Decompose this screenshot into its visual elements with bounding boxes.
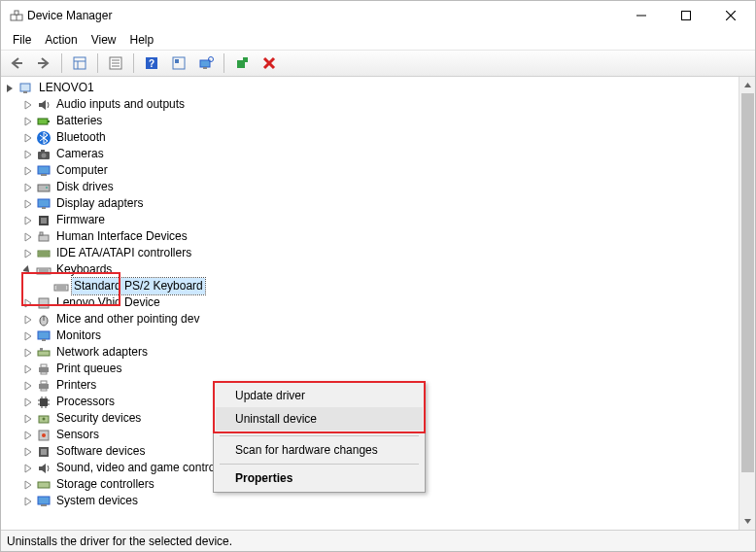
svg-rect-42 [41, 218, 47, 224]
add-legacy-button[interactable] [230, 52, 254, 75]
tree-item[interactable]: Firmware [3, 212, 739, 228]
scroll-up-icon[interactable] [739, 77, 756, 93]
ctx-update-driver[interactable]: Update driver [216, 384, 423, 407]
uninstall-button[interactable] [258, 52, 281, 75]
expand-icon[interactable] [20, 464, 36, 473]
tree-item[interactable]: Audio inputs and outputs [3, 96, 739, 113]
device-tree[interactable]: LENOVO1 Audio inputs and outputsBatterie… [1, 77, 739, 530]
tree-item-label[interactable]: Bluetooth [54, 129, 108, 146]
action-button[interactable] [167, 52, 190, 75]
tree-item[interactable]: Network adapters [3, 344, 739, 361]
forward-button[interactable] [32, 52, 55, 75]
expand-icon[interactable] [20, 232, 36, 242]
tree-item[interactable]: Computer [3, 162, 739, 179]
tree-item-label[interactable]: Software devices [54, 443, 147, 460]
expand-icon[interactable] [20, 397, 36, 407]
tree-item-label[interactable]: IDE ATA/ATAPI controllers [54, 245, 193, 261]
tree-item-label[interactable]: System devices [54, 493, 140, 509]
tree-item-label[interactable]: Security devices [54, 410, 143, 427]
expand-icon[interactable] [20, 381, 36, 391]
tree-item[interactable]: Lenovo Vhid Device [3, 294, 739, 311]
tree-item[interactable]: Disk drives [3, 179, 739, 195]
svg-rect-27 [20, 84, 30, 91]
status-text: Uninstalls the driver for the selected d… [7, 535, 232, 548]
scroll-thumb[interactable] [741, 93, 754, 472]
expand-icon[interactable] [20, 166, 36, 176]
tree-item[interactable]: System devices [3, 493, 739, 509]
tree-item-label[interactable]: Sensors [54, 427, 101, 443]
tree-item[interactable]: Human Interface Devices [3, 228, 739, 245]
tree-item-label[interactable]: Lenovo Vhid Device [54, 294, 162, 311]
expand-icon[interactable] [20, 497, 36, 506]
expand-icon[interactable] [20, 431, 36, 440]
tree-item-label[interactable]: Audio inputs and outputs [54, 96, 187, 113]
expand-icon[interactable] [20, 331, 36, 341]
expand-icon[interactable] [20, 298, 36, 308]
ctx-uninstall-device[interactable]: Uninstall device [216, 407, 423, 431]
device-category-icon [36, 295, 52, 311]
tree-item[interactable]: Display adapters [3, 195, 739, 212]
tree-item-label[interactable]: Processors [54, 394, 117, 410]
expand-icon[interactable] [20, 265, 36, 275]
expand-icon[interactable] [20, 216, 36, 225]
maximize-button[interactable] [664, 1, 708, 30]
tree-item-label[interactable]: Batteries [54, 113, 104, 129]
ctx-properties[interactable]: Properties [216, 466, 423, 490]
tree-item[interactable]: Print queues [3, 361, 739, 377]
tree-item[interactable]: Bluetooth [3, 129, 739, 146]
tree-item[interactable]: Cameras [3, 146, 739, 162]
expand-icon[interactable] [20, 315, 36, 325]
expand-icon[interactable] [20, 364, 36, 374]
properties-button[interactable] [104, 52, 127, 75]
tree-item[interactable]: IDE ATA/ATAPI controllers [3, 245, 739, 261]
menu-file[interactable]: File [7, 31, 37, 49]
tree-item-label[interactable]: Computer [54, 162, 110, 179]
svg-rect-83 [38, 497, 50, 504]
expand-icon[interactable] [3, 84, 18, 93]
device-category-icon [36, 444, 52, 460]
tree-item[interactable]: Monitors [3, 328, 739, 344]
tree-item[interactable]: Mice and other pointing dev [3, 311, 739, 328]
tree-item-label[interactable]: Mice and other pointing dev [54, 311, 201, 328]
menu-action[interactable]: Action [39, 31, 83, 49]
expand-icon[interactable] [20, 480, 36, 490]
expand-icon[interactable] [20, 249, 36, 259]
tree-item-selected[interactable]: Standard PS/2 Keyboard [3, 278, 739, 294]
scroll-down-icon[interactable] [739, 513, 756, 530]
tree-item-label[interactable]: Sound, video and game controllers [54, 460, 238, 476]
expand-icon[interactable] [20, 183, 36, 192]
tree-item-label[interactable]: Print queues [54, 361, 123, 377]
tree-item-label[interactable]: Display adapters [54, 195, 145, 212]
minimize-button[interactable] [619, 1, 664, 30]
tree-item-label[interactable]: Printers [54, 377, 98, 394]
tree-root-label[interactable]: LENOVO1 [37, 80, 96, 96]
expand-icon[interactable] [20, 348, 36, 358]
menu-view[interactable]: View [86, 31, 122, 49]
expand-icon[interactable] [20, 199, 36, 209]
ctx-scan-hardware[interactable]: Scan for hardware changes [216, 438, 423, 462]
tree-item-label[interactable]: Monitors [54, 328, 103, 344]
close-button[interactable] [708, 1, 753, 30]
expand-icon[interactable] [20, 447, 36, 457]
expand-icon[interactable] [20, 150, 36, 159]
tree-item-label[interactable]: Firmware [54, 212, 107, 228]
expand-icon[interactable] [20, 133, 36, 143]
expand-icon[interactable] [20, 414, 36, 424]
vertical-scrollbar[interactable] [739, 77, 755, 530]
expand-icon[interactable] [20, 117, 36, 126]
tree-item-label[interactable]: Standard PS/2 Keyboard [72, 278, 205, 294]
scan-hardware-button[interactable] [194, 52, 218, 75]
tree-item-label[interactable]: Network adapters [54, 344, 150, 361]
show-hide-tree-button[interactable] [68, 52, 91, 75]
menu-help[interactable]: Help [124, 31, 160, 49]
tree-item[interactable]: Batteries [3, 113, 739, 129]
tree-item[interactable]: Keyboards [3, 261, 739, 278]
help-button[interactable]: ? [140, 52, 163, 75]
tree-item-label[interactable]: Keyboards [54, 261, 114, 278]
tree-item-label[interactable]: Disk drives [54, 179, 116, 195]
tree-item-label[interactable]: Storage controllers [54, 476, 156, 493]
back-button[interactable] [5, 52, 28, 75]
tree-item-label[interactable]: Cameras [54, 146, 106, 162]
tree-item-label[interactable]: Human Interface Devices [54, 228, 189, 245]
expand-icon[interactable] [20, 100, 36, 110]
